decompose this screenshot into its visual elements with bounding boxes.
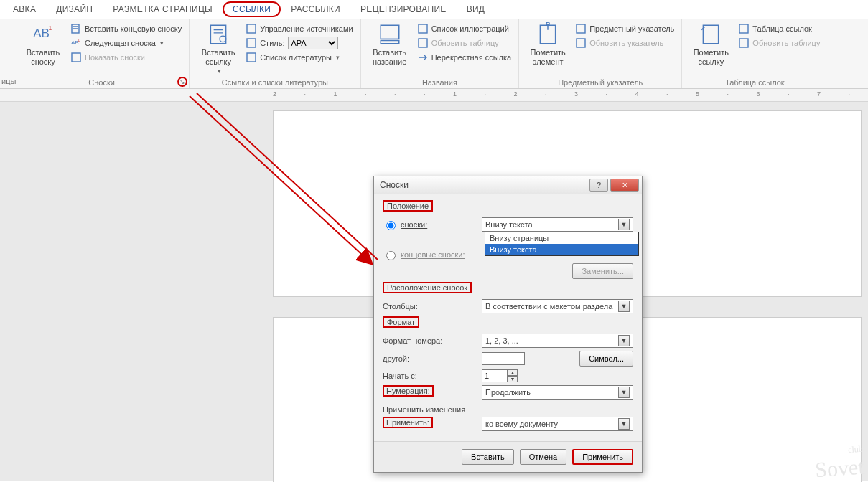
svg-rect-18 [577, 39, 585, 47]
group-title-footnotes: Сноски [22, 77, 182, 87]
group-citations: Вставить ссылку▾ Управление источниками … [190, 19, 360, 88]
citation-style-select[interactable]: APA [288, 37, 338, 49]
insert-index-button[interactable]: Предметный указатель [575, 22, 674, 35]
tab-review[interactable]: РЕЦЕНЗИРОВАНИЕ [350, 1, 457, 17]
dropdown-option[interactable]: Внизу страницы [485, 232, 638, 244]
insert-citation-button[interactable]: Вставить ссылку▾ [197, 22, 240, 76]
svg-rect-19 [704, 25, 719, 44]
mark-citation-button[interactable]: Пометить ссылку [689, 22, 732, 67]
bibliography-button[interactable]: Список литературы▾ [246, 51, 353, 64]
dialog-title: Сноски [380, 180, 409, 190]
radio-endnotes[interactable]: концевые сноски: [383, 249, 476, 260]
group-index: Пометить элемент Предметный указатель Об… [519, 19, 682, 88]
close-button[interactable]: ✕ [610, 179, 639, 192]
start-at-spinner[interactable]: ▲▼ [482, 369, 518, 382]
tab-mailings[interactable]: РАССЫЛКИ [281, 1, 350, 17]
number-format-label: Формат номера: [383, 336, 476, 345]
footnotes-dialog-launcher[interactable]: ↘ [177, 77, 187, 87]
cross-reference-button[interactable]: Перекрестная ссылка [417, 51, 512, 64]
chevron-down-icon: ▾ [160, 39, 164, 47]
update-toa-button[interactable]: Обновить таблицу [738, 37, 820, 49]
help-button[interactable]: ? [589, 179, 608, 192]
group-title-index: Предметный указатель [526, 77, 674, 87]
svg-text:1: 1 [48, 24, 52, 32]
tab-references[interactable]: ССЫЛКИ [223, 1, 281, 17]
svg-rect-12 [381, 41, 399, 44]
apply-to-label: Применить: [383, 417, 433, 428]
section-layout: Расположение сносок [383, 282, 472, 293]
svg-text:1: 1 [78, 38, 80, 42]
svg-rect-20 [739, 24, 748, 33]
svg-rect-13 [419, 24, 427, 33]
custom-mark-label: другой: [383, 354, 476, 363]
tab-view[interactable]: ВИД [457, 1, 495, 17]
start-at-label: Начать с: [383, 372, 476, 380]
group-title-partial: ицы [1, 75, 12, 85]
table-of-figures-button[interactable]: Список иллюстраций [417, 22, 512, 35]
svg-rect-11 [381, 25, 399, 39]
svg-rect-14 [419, 39, 427, 47]
cancel-button[interactable]: Отмена [520, 449, 566, 465]
insert-button[interactable]: Вставить [462, 449, 514, 465]
section-format: Формат [383, 316, 419, 328]
number-format-combo[interactable]: 1, 2, 3, ...▼ [482, 334, 633, 348]
horizontal-ruler[interactable]: 2 · 1 · · · 1 · 2 · 3 · 4 · 5 · 6 · 7 · … [0, 89, 868, 102]
footnotes-dialog: Сноски ? ✕ Положение сноски: Внизу текст… [373, 176, 643, 473]
group-toa: Пометить ссылку Таблица ссылок Обновить … [682, 19, 827, 88]
group-title-citations: Ссылки и списки литературы [197, 77, 353, 87]
update-index-button[interactable]: Обновить указатель [575, 37, 674, 49]
style-label: Стиль: [260, 39, 284, 47]
radio-footnotes[interactable]: сноски: [383, 219, 476, 230]
insert-caption-button[interactable]: Вставить название [368, 22, 411, 67]
replace-button: Заменить... [572, 263, 633, 279]
insert-toa-button[interactable]: Таблица ссылок [738, 22, 820, 35]
tab-vstavka[interactable]: АВКА [3, 1, 46, 17]
svg-rect-6 [211, 25, 226, 44]
footnotes-position-dropdown[interactable]: Внизу страницы Внизу текста [485, 232, 639, 256]
dropdown-option-selected[interactable]: Внизу текста [485, 244, 638, 255]
manage-sources-button[interactable]: Управление источниками [246, 22, 353, 35]
insert-footnote-button[interactable]: AB1 Вставить сноску [22, 22, 65, 67]
ribbon-tabs: АВКА ДИЗАЙН РАЗМЕТКА СТРАНИЦЫ ССЫЛКИ РАС… [0, 0, 868, 19]
mark-index-entry-button[interactable]: Пометить элемент [526, 22, 569, 67]
ribbon: ицы AB1 Вставить сноску Вставить концеву… [0, 19, 868, 89]
numbering-label: Нумерация: [383, 385, 434, 397]
show-footnotes-button[interactable]: Показать сноски [70, 51, 182, 64]
next-footnote-button[interactable]: AB1 Следующая сноска▾ [70, 37, 182, 49]
dialog-titlebar[interactable]: Сноски ? ✕ [374, 176, 642, 194]
columns-combo[interactable]: В соответствии с макетом раздела▼ [482, 299, 633, 313]
svg-rect-8 [247, 24, 256, 33]
group-title-captions: Названия [368, 77, 512, 87]
svg-rect-17 [577, 24, 585, 33]
apply-button[interactable]: Применить [572, 449, 633, 465]
tab-design[interactable]: ДИЗАЙН [46, 1, 103, 17]
numbering-combo[interactable]: Продолжить▼ [482, 385, 633, 400]
group-title-toa: Таблица ссылок [689, 77, 820, 87]
symbol-button[interactable]: Символ... [579, 351, 633, 367]
group-captions: Вставить название Список иллюстраций Обн… [361, 19, 520, 88]
tab-layout[interactable]: РАЗМЕТКА СТРАНИЦЫ [103, 1, 223, 17]
svg-point-7 [220, 36, 226, 42]
svg-rect-21 [739, 39, 748, 47]
columns-label: Столбцы: [383, 302, 476, 311]
apply-to-combo[interactable]: ко всему документу▼ [482, 417, 633, 431]
svg-text:AB: AB [33, 27, 50, 40]
apply-changes-label: Применить изменения [383, 405, 633, 414]
svg-rect-10 [247, 53, 256, 62]
group-footnotes: AB1 Вставить сноску Вставить концевую сн… [14, 19, 190, 88]
svg-rect-5 [72, 53, 80, 62]
footnotes-position-combo[interactable]: Внизу текста▼ [482, 217, 633, 232]
custom-mark-input[interactable] [482, 352, 525, 365]
update-figures-button[interactable]: Обновить таблицу [417, 37, 512, 49]
insert-endnote-button[interactable]: Вставить концевую сноску [70, 22, 182, 35]
svg-rect-9 [247, 39, 256, 47]
section-position: Положение [383, 200, 433, 212]
